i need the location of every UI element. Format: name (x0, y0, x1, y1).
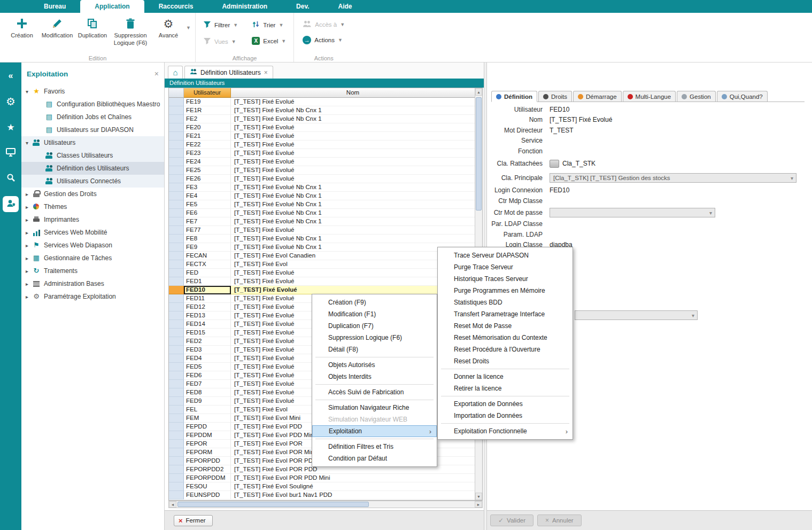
suppression-logique-button[interactable]: Suppression Logique (F6) (110, 15, 151, 49)
users-admin-strip-button[interactable] (3, 196, 19, 212)
menu-tab[interactable]: Application (80, 0, 144, 13)
cell-utilisateur[interactable]: FED5 (184, 363, 231, 371)
table-row[interactable]: FE24 [T_TEST] Fixé Evolué (169, 158, 475, 166)
submenu-item[interactable]: Reset Procédure à l'Ouverture (438, 344, 573, 355)
field-value[interactable]: Cla_T_STK (550, 160, 596, 168)
cell-utilisateur[interactable]: FEPORPDD (184, 457, 231, 465)
cell-utilisateur[interactable]: FE2 (184, 115, 231, 123)
row-selector-cell[interactable] (169, 269, 184, 277)
tree-item[interactable]: Gestionnaire de Tâches (21, 252, 164, 264)
context-menu-item[interactable]: Suppression Logique (F6) (312, 332, 437, 344)
cell-utilisateur[interactable]: FEPORPDD2 (184, 465, 231, 474)
context-menu-item[interactable] (312, 437, 437, 441)
row-selector-cell[interactable] (169, 311, 184, 320)
field-value[interactable] (550, 208, 715, 217)
document-tab[interactable]: Définition Utilisateurs × (184, 66, 273, 79)
menu-tab[interactable]: Dev. (282, 0, 323, 13)
excel-button[interactable]: X Excel ▼ (252, 37, 286, 45)
submenu-item[interactable]: Reset Mot de Passe (438, 320, 573, 332)
tree-item[interactable]: Utilisateurs Connectés (21, 175, 164, 188)
menu-tab[interactable]: Aide (324, 0, 367, 13)
cell-utilisateur[interactable]: FED15 (184, 329, 231, 337)
cell-utilisateur[interactable]: FE77 (184, 226, 231, 235)
cell-utilisateur[interactable]: FEL (184, 406, 231, 414)
submenu-item[interactable]: Importation de Données (438, 410, 573, 422)
cell-nom[interactable]: [T_TEST] Fixé Evolué Nb Cnx 1 (231, 235, 475, 243)
cell-nom[interactable]: [T_TEST] Fixé Evolué Nb Cnx 1 (231, 209, 475, 217)
table-row[interactable]: FEUNSPDD [T_TEST] Fixé Evol bur1 Nav1 PD… (169, 491, 475, 500)
home-tab[interactable]: ⌂ (168, 66, 183, 79)
secondary-dropdown[interactable] (575, 310, 698, 320)
row-selector-cell[interactable] (169, 414, 184, 423)
submenu-item[interactable]: Purge Programmes en Mémoire (438, 285, 573, 297)
submenu-item[interactable] (438, 422, 573, 425)
row-selector-cell[interactable] (169, 303, 184, 311)
avance-dropdown-chevron-icon[interactable]: ▼ (186, 25, 191, 30)
search-strip-button[interactable] (3, 170, 19, 186)
cell-nom[interactable]: [T_TEST] Fixé Evol bur1 Nav1 PDD (231, 491, 475, 500)
row-selector-cell[interactable] (169, 115, 184, 123)
table-row[interactable]: FED [T_TEST] Fixé Evolué (169, 269, 475, 277)
field-value[interactable]: [T_TEST] Fixé Evolué (550, 116, 612, 123)
table-row[interactable]: FE77 [T_TEST] Fixé Evolué (169, 226, 475, 235)
cell-utilisateur[interactable]: FE8 (184, 235, 231, 243)
tree-item[interactable]: Utilisateurs sur DIAPASON (21, 123, 164, 136)
tree-item[interactable]: Administration Bases (21, 277, 164, 290)
cell-nom[interactable]: [T_TEST] Fixé Evolué (231, 98, 475, 106)
row-selector-cell[interactable] (169, 217, 184, 226)
trier-button[interactable]: Trier ▼ (252, 20, 286, 29)
row-selector-cell[interactable] (169, 474, 184, 482)
row-selector-cell[interactable] (169, 363, 184, 371)
row-selector-cell[interactable] (169, 431, 184, 440)
cell-utilisateur[interactable]: FEPDD (184, 423, 231, 431)
tree-item[interactable]: Services Web Diapason (21, 239, 164, 252)
row-selector-cell[interactable] (169, 491, 184, 500)
filtrer-button[interactable]: Filtrer ▼ (203, 20, 238, 29)
row-selector-cell[interactable] (169, 235, 184, 243)
annuler-button[interactable]: × Annuler (537, 515, 582, 526)
scroll-down-arrow-icon[interactable]: ▼ (475, 493, 482, 500)
row-selector-cell[interactable] (169, 141, 184, 149)
row-selector-cell[interactable] (169, 294, 184, 303)
row-selector-cell[interactable] (169, 260, 184, 269)
cell-utilisateur[interactable]: FE19 (184, 98, 231, 106)
acces-a-button[interactable]: Accès à ▼ (303, 20, 345, 28)
tree-item[interactable]: Thèmes (21, 200, 164, 213)
cell-nom[interactable]: [T_TEST] Fixé Evolué Nb Cnx 1 (231, 115, 475, 123)
tree-item[interactable]: Paramétrage Exploitation (21, 290, 164, 303)
table-row[interactable]: FE5 [T_TEST] Fixé Evolué Nb Cnx 1 (169, 200, 475, 209)
tree-expander-icon[interactable] (26, 294, 32, 300)
cell-utilisateur[interactable]: FE6 (184, 209, 231, 217)
cell-utilisateur[interactable]: FEPORM (184, 448, 231, 457)
tree-item[interactable]: Gestion des Droits (21, 188, 164, 200)
context-menu-item[interactable]: Objets Autorisés (312, 359, 437, 371)
cell-utilisateur[interactable]: FED10 (184, 286, 231, 294)
trier-chevron-icon[interactable]: ▼ (279, 22, 283, 28)
field-value[interactable]: FED10 (550, 186, 569, 194)
table-row[interactable]: FED1 [T_TEST] Fixé Evolué (169, 277, 475, 286)
row-selector-cell[interactable] (169, 200, 184, 209)
field-value[interactable]: [Cla_T_STK] [T_TEST] Gestion des stocks (550, 173, 796, 183)
scroll-right-arrow-icon[interactable]: ► (475, 501, 482, 508)
tree-item[interactable]: Définition des Utilisateurs (21, 162, 164, 175)
settings-strip-button[interactable]: ⚙ (3, 93, 19, 110)
cell-utilisateur[interactable]: FED12 (184, 303, 231, 311)
tree-item[interactable]: Imprimantes (21, 213, 164, 226)
field-value[interactable]: T_TEST (550, 127, 574, 134)
cell-utilisateur[interactable]: FE26 (184, 175, 231, 183)
tree-expander-icon[interactable] (26, 281, 32, 287)
menu-tab[interactable]: Administration (207, 0, 282, 13)
duplication-button[interactable]: Duplication (75, 15, 110, 41)
cell-nom[interactable]: [T_TEST] Fixé Evolué (231, 158, 475, 166)
actions-button[interactable]: → Actions ▼ (303, 36, 345, 44)
context-menu-item[interactable]: Accès Suivi de Fabrication (312, 386, 437, 398)
cell-utilisateur[interactable]: FE22 (184, 141, 231, 149)
creation-button[interactable]: Création (4, 15, 40, 41)
cell-nom[interactable]: [T_TEST] Fixé Evolué (231, 175, 475, 183)
row-selector-cell[interactable] (169, 380, 184, 388)
row-selector-cell[interactable] (169, 175, 184, 183)
submenu-item[interactable] (438, 394, 573, 398)
cell-utilisateur[interactable]: FECAN (184, 252, 231, 260)
table-row[interactable]: FECAN [T_TEST] Fixé Evol Canadien (169, 252, 475, 260)
panel-close-icon[interactable]: × (154, 69, 159, 78)
